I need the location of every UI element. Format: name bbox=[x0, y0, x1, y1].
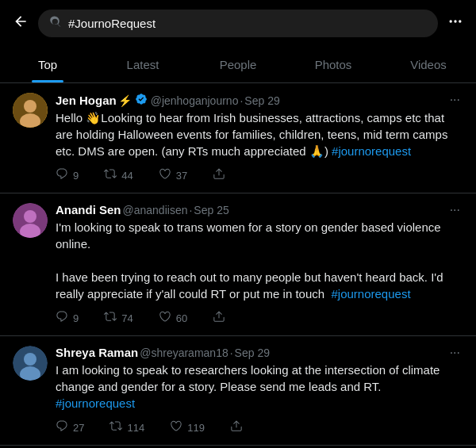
reply-icon bbox=[56, 419, 68, 435]
tweet-body: Hello 👋Looking to hear from Irish busine… bbox=[56, 109, 463, 159]
tab-top[interactable]: Top bbox=[0, 47, 95, 82]
like-action[interactable]: 119 bbox=[170, 419, 205, 435]
search-bar[interactable]: #JournoRequest bbox=[38, 10, 438, 37]
reply-count: 9 bbox=[73, 312, 79, 324]
svg-point-10 bbox=[24, 353, 36, 366]
tweet-meta: Shreya Raman @shreyaraman18 · Sep 29 bbox=[56, 346, 270, 359]
tweet-hashtag[interactable]: #journorequest bbox=[56, 396, 135, 410]
retweet-action[interactable]: 74 bbox=[104, 310, 132, 326]
tweet-item: Anandi Sen @anandiisen · Sep 25 ··· I'm … bbox=[0, 193, 476, 336]
tab-people[interactable]: People bbox=[190, 47, 286, 82]
tweet-meta: Anandi Sen @anandiisen · Sep 25 bbox=[56, 203, 229, 216]
search-tabs: Top Latest People Photos Videos bbox=[0, 47, 476, 83]
svg-point-4 bbox=[24, 100, 36, 113]
tweet-author-name: Jen Hogan bbox=[56, 94, 117, 107]
share-icon bbox=[230, 419, 243, 435]
svg-point-1 bbox=[454, 20, 456, 22]
search-icon bbox=[49, 16, 62, 31]
tweet-hashtag[interactable]: #journorequest bbox=[332, 144, 411, 158]
share-icon bbox=[213, 167, 225, 183]
tweet-content: Jen Hogan ⚡ @jenhoganjourno · Sep 29 ···… bbox=[56, 93, 463, 183]
like-icon bbox=[159, 310, 171, 326]
tweet-content: Shreya Raman @shreyaraman18 · Sep 29 ···… bbox=[56, 346, 463, 435]
reply-icon bbox=[56, 167, 68, 183]
svg-point-2 bbox=[459, 20, 461, 22]
avatar bbox=[13, 203, 48, 238]
share-action[interactable] bbox=[230, 419, 243, 435]
tweet-header: Jen Hogan ⚡ @jenhoganjourno · Sep 29 ··· bbox=[56, 93, 463, 108]
avatar-image bbox=[13, 346, 48, 381]
svg-point-0 bbox=[450, 20, 452, 22]
like-count: 60 bbox=[176, 312, 187, 324]
like-icon bbox=[159, 167, 171, 183]
tweet-item: Jen Hogan ⚡ @jenhoganjourno · Sep 29 ···… bbox=[0, 83, 476, 193]
tab-videos[interactable]: Videos bbox=[381, 47, 476, 82]
tweet-actions: 27 114 119 bbox=[56, 419, 463, 435]
tweet-body: I am looking to speak to researchers loo… bbox=[56, 362, 463, 412]
avatar bbox=[13, 346, 48, 381]
like-count: 37 bbox=[176, 170, 187, 182]
tweet-author-name: Anandi Sen bbox=[56, 203, 121, 216]
tweet-date: Sep 29 bbox=[235, 347, 270, 359]
tweet-item: Shreya Raman @shreyaraman18 · Sep 29 ···… bbox=[0, 336, 476, 446]
like-action[interactable]: 60 bbox=[159, 310, 187, 326]
tweet-actions: 9 74 60 bbox=[56, 310, 463, 326]
retweet-action[interactable]: 114 bbox=[109, 419, 144, 435]
tweet-more-button[interactable]: ··· bbox=[447, 93, 463, 107]
tweet-actions: 9 44 37 bbox=[56, 167, 463, 183]
retweet-count: 74 bbox=[121, 312, 132, 324]
back-button[interactable] bbox=[13, 13, 29, 33]
like-icon bbox=[170, 419, 182, 435]
share-icon bbox=[213, 310, 225, 326]
tweet-header: Shreya Raman @shreyaraman18 · Sep 29 ··· bbox=[56, 346, 463, 360]
tweet-header: Anandi Sen @anandiisen · Sep 25 ··· bbox=[56, 203, 463, 217]
tweet-body: I'm looking to speak to trans women for … bbox=[56, 219, 463, 302]
more-options-button[interactable] bbox=[447, 13, 463, 33]
like-action[interactable]: 37 bbox=[159, 167, 187, 183]
share-action[interactable] bbox=[213, 310, 225, 326]
like-count: 119 bbox=[187, 422, 205, 434]
tweet-date: Sep 29 bbox=[244, 94, 279, 107]
retweet-count: 44 bbox=[121, 170, 132, 182]
retweet-icon bbox=[109, 419, 122, 435]
reply-icon bbox=[56, 310, 68, 326]
avatar-image bbox=[13, 93, 48, 128]
tweet-handle: @shreyaraman18 bbox=[140, 347, 228, 359]
tweet-meta: Jen Hogan ⚡ @jenhoganjourno · Sep 29 bbox=[56, 93, 280, 108]
retweet-action[interactable]: 44 bbox=[104, 167, 132, 183]
tweet-date: Sep 25 bbox=[194, 204, 228, 216]
reply-action[interactable]: 9 bbox=[56, 167, 79, 183]
tab-photos[interactable]: Photos bbox=[286, 47, 381, 82]
search-query-text: #JournoRequest bbox=[68, 17, 155, 30]
retweet-count: 114 bbox=[127, 422, 144, 434]
avatar bbox=[13, 93, 48, 128]
retweet-icon bbox=[104, 167, 117, 183]
reply-count: 9 bbox=[73, 170, 79, 182]
tweet-handle: @anandiisen bbox=[123, 204, 188, 216]
svg-point-7 bbox=[24, 210, 36, 223]
tweet-content: Anandi Sen @anandiisen · Sep 25 ··· I'm … bbox=[56, 203, 463, 326]
tweet-author-name: Shreya Raman bbox=[56, 346, 138, 359]
reply-action[interactable]: 9 bbox=[56, 310, 79, 326]
tweet-more-button[interactable]: ··· bbox=[447, 203, 463, 217]
avatar-image bbox=[13, 203, 48, 238]
tab-latest[interactable]: Latest bbox=[95, 47, 190, 82]
header: #JournoRequest bbox=[0, 0, 476, 47]
tweet-more-button[interactable]: ··· bbox=[447, 346, 463, 360]
reply-action[interactable]: 27 bbox=[56, 419, 84, 435]
tweet-hashtag[interactable]: #journorequest bbox=[331, 287, 410, 301]
reply-count: 27 bbox=[73, 422, 84, 434]
share-action[interactable] bbox=[213, 167, 225, 183]
verified-badge bbox=[135, 93, 148, 108]
tweet-handle: @jenhoganjourno bbox=[151, 94, 239, 107]
retweet-icon bbox=[104, 310, 117, 326]
tweet-name-emoji: ⚡ bbox=[118, 94, 132, 107]
